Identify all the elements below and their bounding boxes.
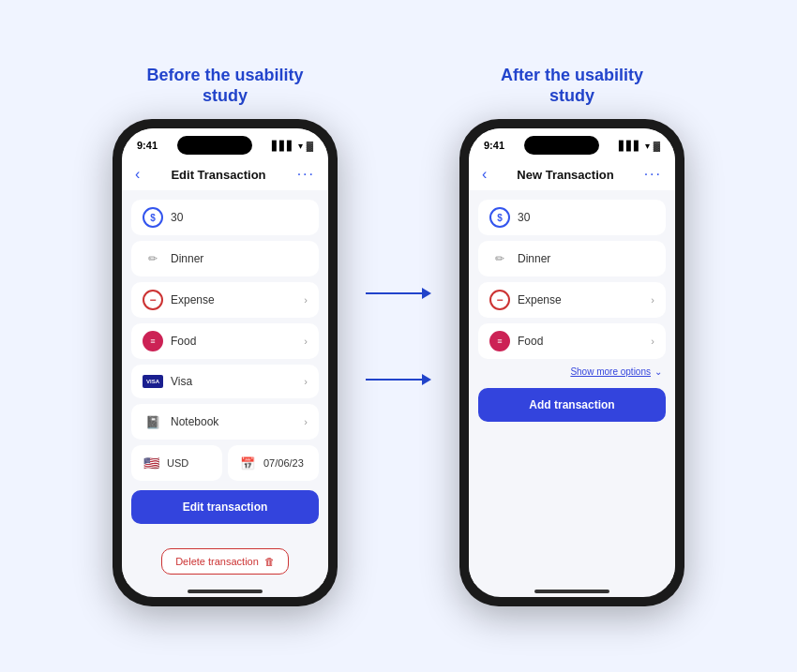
pencil-icon: ✏ <box>143 248 163 269</box>
before-visa-row[interactable]: VISA Visa › <box>131 365 319 398</box>
before-edit-button[interactable]: Edit transaction <box>131 490 319 524</box>
before-delete-button[interactable]: Delete transaction 🗑 <box>161 548 289 575</box>
bottom-arrow <box>366 374 431 385</box>
battery-icon: ▓ <box>307 141 313 151</box>
trash-icon: 🗑 <box>264 556 275 567</box>
before-phone: 9:41 ▋▋▋ ▾ ▓ ‹ Edit Transaction ··· <box>113 119 338 606</box>
before-phone-inner: 9:41 ▋▋▋ ▾ ▓ ‹ Edit Transaction ··· <box>122 128 328 597</box>
before-currency-value[interactable]: USD <box>167 457 213 469</box>
before-visa-value[interactable]: Visa <box>171 375 296 388</box>
after-signal-icon: ▋▋▋ <box>619 141 641 151</box>
after-food-icon: ≡ <box>489 331 510 351</box>
arrow-container <box>366 288 431 385</box>
before-nav-title: Edit Transaction <box>171 168 265 182</box>
before-expense-value[interactable]: Expense <box>171 293 296 306</box>
before-phone-content: $ 30 ✏ Dinner − Expense › <box>122 190 328 584</box>
after-phone-content: $ 30 ✏ Dinner − Expense › <box>469 190 675 584</box>
dollar-icon: $ <box>143 207 163 228</box>
before-back-button[interactable]: ‹ <box>135 166 140 183</box>
before-food-chevron: › <box>304 336 308 347</box>
after-nav-bar: ‹ New Transaction ··· <box>469 158 675 190</box>
notebook-icon: 📓 <box>143 411 163 432</box>
top-arrow-head <box>422 288 431 299</box>
after-status-icons: ▋▋▋ ▾ ▓ <box>619 141 660 151</box>
wifi-icon: ▾ <box>298 141 303 151</box>
after-wifi-icon: ▾ <box>645 141 650 151</box>
after-home-indicator <box>534 590 609 593</box>
before-description-row[interactable]: ✏ Dinner <box>131 241 319 276</box>
after-amount-row[interactable]: $ 30 <box>478 200 666 235</box>
before-home-indicator <box>188 590 263 593</box>
calendar-icon: 📅 <box>237 453 258 473</box>
flag-icon: 🇺🇸 <box>141 455 161 470</box>
before-dynamic-island <box>177 136 252 155</box>
after-nav-title: New Transaction <box>517 168 613 182</box>
chevron-down-icon: ⌄ <box>654 366 662 377</box>
after-food-chevron: › <box>651 336 654 347</box>
before-description-value[interactable]: Dinner <box>171 252 308 265</box>
after-status-bar: 9:41 ▋▋▋ ▾ ▓ <box>469 128 675 158</box>
show-more-options-link[interactable]: Show more options <box>570 366 651 377</box>
after-title: After the usabilitystudy <box>501 66 643 106</box>
before-status-bar: 9:41 ▋▋▋ ▾ ▓ <box>122 128 328 158</box>
before-date-value[interactable]: 07/06/23 <box>263 457 309 469</box>
signal-icon: ▋▋▋ <box>272 141 294 151</box>
food-icon: ≡ <box>143 331 163 351</box>
after-phone: 9:41 ▋▋▋ ▾ ▓ ‹ New Transaction ··· <box>459 119 684 606</box>
after-add-button[interactable]: Add transaction <box>478 388 666 422</box>
before-notebook-value[interactable]: Notebook <box>171 415 296 428</box>
after-dollar-icon: $ <box>489 207 510 228</box>
before-status-icons: ▋▋▋ ▾ ▓ <box>272 141 313 151</box>
after-back-button[interactable]: ‹ <box>482 166 487 183</box>
after-pencil-icon: ✏ <box>489 248 510 269</box>
top-arrow <box>366 288 431 299</box>
before-visa-chevron: › <box>304 376 308 387</box>
bottom-arrow-head <box>422 374 431 385</box>
before-nav-bar: ‹ Edit Transaction ··· <box>122 158 328 190</box>
main-container: Before the usabilitystudy 9:41 ▋▋▋ ▾ ▓ ‹ <box>94 47 703 625</box>
before-food-value[interactable]: Food <box>171 335 296 348</box>
before-column: Before the usabilitystudy 9:41 ▋▋▋ ▾ ▓ ‹ <box>113 66 338 606</box>
after-expense-row[interactable]: − Expense › <box>478 282 666 318</box>
before-currency-date-row: 🇺🇸 USD 📅 07/06/23 <box>131 445 319 481</box>
expense-icon: − <box>143 290 163 310</box>
after-expense-chevron: › <box>651 294 654 306</box>
before-currency-row[interactable]: 🇺🇸 USD <box>131 445 222 481</box>
before-notebook-row[interactable]: 📓 Notebook › <box>131 404 319 440</box>
after-status-time: 9:41 <box>484 140 504 151</box>
after-food-row[interactable]: ≡ Food › <box>478 323 666 359</box>
top-arrow-line <box>366 292 422 294</box>
bottom-arrow-line <box>366 379 422 381</box>
after-food-value[interactable]: Food <box>518 335 643 348</box>
before-date-row[interactable]: 📅 07/06/23 <box>228 445 319 481</box>
after-battery-icon: ▓ <box>654 141 660 151</box>
before-expense-row[interactable]: − Expense › <box>131 282 319 318</box>
after-amount-value[interactable]: 30 <box>518 211 654 224</box>
show-more-row[interactable]: Show more options ⌄ <box>478 365 666 379</box>
before-title: Before the usabilitystudy <box>146 66 303 106</box>
visa-icon: VISA <box>143 375 163 388</box>
before-food-row[interactable]: ≡ Food › <box>131 323 319 359</box>
after-dynamic-island <box>524 136 599 155</box>
after-phone-inner: 9:41 ▋▋▋ ▾ ▓ ‹ New Transaction ··· <box>469 128 675 597</box>
before-amount-row[interactable]: $ 30 <box>131 200 319 235</box>
after-description-row[interactable]: ✏ Dinner <box>478 241 666 276</box>
after-column: After the usabilitystudy 9:41 ▋▋▋ ▾ ▓ ‹ <box>459 66 684 606</box>
before-notebook-chevron: › <box>304 416 308 427</box>
after-more-button[interactable]: ··· <box>644 166 662 183</box>
before-more-button[interactable]: ··· <box>297 166 315 183</box>
before-status-time: 9:41 <box>137 140 158 151</box>
before-expense-chevron: › <box>304 294 308 306</box>
after-expense-value[interactable]: Expense <box>518 293 643 306</box>
before-amount-value[interactable]: 30 <box>171 211 308 224</box>
after-description-value[interactable]: Dinner <box>518 252 654 265</box>
before-delete-label: Delete transaction <box>175 556 259 567</box>
after-expense-icon: − <box>489 290 510 310</box>
